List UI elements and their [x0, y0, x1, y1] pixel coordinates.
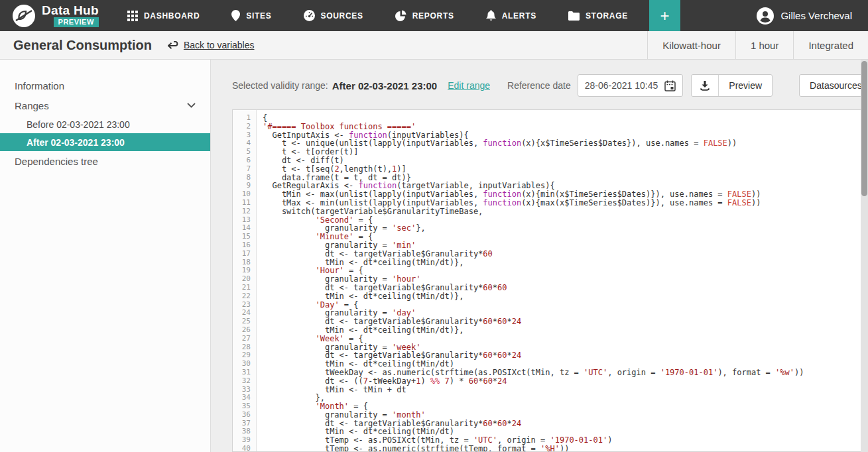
- sidebar-item-label: Information: [15, 80, 64, 91]
- preview-label: Preview: [729, 80, 762, 91]
- bell-icon: [486, 10, 496, 21]
- sidebar-item-range-after[interactable]: After 02-03-2021 23:00: [0, 133, 210, 151]
- code-line: 'Week' = {: [263, 335, 868, 343]
- sidebar-item-dependencies-tree[interactable]: Dependencies tree: [0, 151, 210, 171]
- tab-datasources[interactable]: Datasources: [800, 75, 868, 96]
- code-line: granularity = 'min': [263, 241, 868, 250]
- page-header: General Consumption Back to variables Ki…: [0, 31, 868, 60]
- code-line: dt <- targetVariable$Granularity*60*60: [263, 284, 868, 292]
- preview-button[interactable]: Preview: [718, 75, 772, 96]
- grid-icon: [127, 11, 138, 21]
- calendar-icon[interactable]: [664, 80, 676, 91]
- brand-preview-badge: PREVIEW: [54, 17, 99, 27]
- datahub-logo-icon: [12, 4, 36, 28]
- user-menu[interactable]: Gilles Vercheval: [757, 0, 868, 31]
- pie-chart-icon: [395, 10, 406, 21]
- code-line: tMin <- dt*ceiling(tMin/dt)},: [263, 326, 868, 335]
- chevron-down-icon: [187, 103, 196, 108]
- body: Information Ranges Before 02-03-2021 23:…: [0, 60, 868, 452]
- download-button[interactable]: [692, 75, 718, 96]
- user-name: Gilles Vercheval: [780, 10, 852, 21]
- sidebar-item-label: Before 02-03-2021 23:00: [27, 119, 130, 130]
- nav-item-dashboard[interactable]: DASHBOARD: [111, 0, 216, 31]
- sidebar-item-range-before[interactable]: Before 02-03-2021 23:00: [0, 115, 210, 133]
- nav-item-label: ALERTS: [502, 11, 536, 21]
- code-line: tMin <- dt*ceiling(tMin/dt)},: [263, 292, 868, 301]
- return-arrow-icon: [168, 41, 180, 49]
- nav-item-label: STORAGE: [586, 11, 628, 21]
- back-to-variables-link[interactable]: Back to variables: [168, 40, 255, 50]
- code-line: tWeekDay <- as.numeric(strftime(as.POSIX…: [263, 368, 868, 377]
- code-line: dt <- targetVariable$Granularity*60*60*2…: [263, 317, 868, 326]
- sidebar-item-label: After 02-03-2021 23:00: [27, 137, 125, 148]
- granularity-label: 1 hour: [735, 31, 794, 59]
- code-line: 'Month' = {: [263, 402, 868, 411]
- brand[interactable]: Data Hub PREVIEW: [0, 0, 106, 31]
- code-line: dt <- ((7-tWeekDay+1) %% 7) * 60*60*24: [263, 377, 868, 386]
- edit-range-link[interactable]: Edit range: [448, 80, 490, 91]
- nav-item-sites[interactable]: SITES: [216, 0, 287, 31]
- main-content: Selected validity range: After 02-03-202…: [211, 60, 868, 452]
- vertical-scrollbar-track[interactable]: [861, 60, 868, 452]
- sidebar-item-label: Ranges: [15, 100, 49, 111]
- nav-item-label: REPORTS: [412, 11, 454, 21]
- reference-date-value: 28-06-2021 10:45: [585, 80, 658, 91]
- pin-icon: [231, 10, 240, 21]
- user-avatar-icon: [757, 7, 774, 25]
- gauge-icon: [304, 10, 315, 21]
- nav-item-label: SITES: [246, 11, 271, 21]
- unit-label: Kilowatt-hour: [647, 31, 735, 59]
- nav-item-alerts[interactable]: ALERTS: [470, 0, 552, 31]
- nav-item-label: SOURCES: [321, 11, 363, 21]
- validity-range-value: After 02-03-2021 23:00: [332, 80, 437, 91]
- code-line: dt <- targetVariable$Granularity*60: [263, 250, 868, 258]
- line-number-gutter: 1234567891011121314151617181920212223242…: [233, 110, 257, 451]
- download-icon: [700, 80, 710, 91]
- nav-item-label: DASHBOARD: [144, 11, 200, 21]
- nav-spacer: [680, 0, 757, 31]
- sidebar-item-information[interactable]: Information: [0, 76, 210, 95]
- nav-item-reports[interactable]: REPORTS: [379, 0, 470, 31]
- code-line: tMin <- tMin + dt: [263, 386, 868, 394]
- aggregation-label: Integrated: [793, 31, 868, 59]
- folder-icon: [568, 11, 580, 21]
- reference-date-label: Reference date: [507, 80, 571, 91]
- top-navbar: Data Hub PREVIEW DASHBOARD SITES: [0, 0, 868, 31]
- nav-item-sources[interactable]: SOURCES: [288, 0, 379, 31]
- back-link-label: Back to variables: [184, 40, 255, 50]
- preview-button-group: Preview: [691, 74, 773, 97]
- code-editor[interactable]: 1234567891011121314151617181920212223242…: [232, 109, 868, 452]
- add-button[interactable]: +: [649, 0, 680, 31]
- sidebar: Information Ranges Before 02-03-2021 23:…: [0, 60, 211, 452]
- code-line: tMax <- min(unlist(lapply(inputVariables…: [263, 199, 868, 207]
- nav-items: DASHBOARD SITES SOURCES REPORTS: [111, 0, 644, 31]
- code-line: t <- t[order(t)]: [263, 148, 868, 156]
- nav-item-storage[interactable]: STORAGE: [552, 0, 644, 31]
- code-content[interactable]: {'#===== Toolbox functions =====' GetInp…: [257, 110, 868, 451]
- code-line: tTemp <- as.numeric(strftime(tTemp, form…: [263, 445, 868, 451]
- sidebar-item-label: Dependencies tree: [15, 156, 98, 167]
- reference-date-input[interactable]: 28-06-2021 10:45: [578, 74, 684, 97]
- code-line: dt <- diff(t): [263, 156, 868, 165]
- brand-name: Data Hub: [42, 4, 99, 17]
- toolbar: Selected validity range: After 02-03-202…: [232, 74, 868, 97]
- code-line: granularity = 'month': [263, 411, 868, 420]
- view-toggle-group: Datasources Code: [799, 74, 868, 97]
- datasources-label: Datasources: [810, 80, 862, 91]
- code-line: t <- t[seq(2,length(t),1)]: [263, 165, 868, 174]
- validity-range-label: Selected validity range:: [232, 80, 328, 91]
- sidebar-item-ranges[interactable]: Ranges: [0, 95, 210, 115]
- page-title: General Consumption: [0, 38, 152, 53]
- subheader-spacer: [255, 31, 648, 59]
- vertical-scrollbar-thumb[interactable]: [861, 61, 867, 196]
